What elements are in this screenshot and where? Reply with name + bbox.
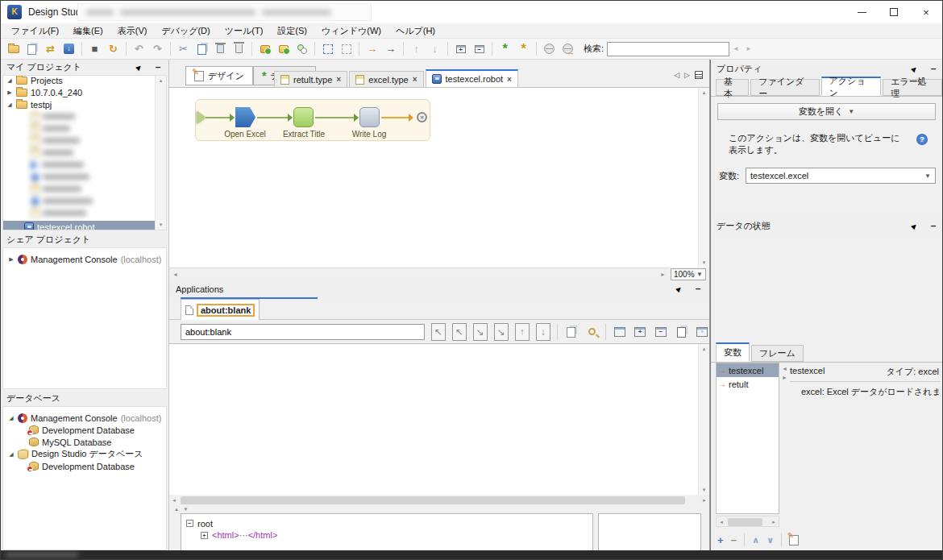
tab-testexcel-robot[interactable]: testexcel.robot × bbox=[426, 69, 518, 87]
nav-down-right-icon[interactable]: ↘ bbox=[473, 323, 488, 341]
window-delete-icon[interactable]: − bbox=[654, 323, 668, 341]
blurred-tree-item[interactable] bbox=[31, 195, 166, 207]
variable-list-scrollbar[interactable]: ◄ ► bbox=[716, 516, 779, 527]
window-inspect-icon[interactable]: ◦ bbox=[695, 323, 709, 341]
open-icon[interactable] bbox=[5, 40, 22, 57]
nav-up-icon[interactable]: ↑ bbox=[515, 323, 530, 341]
minimize-panel-icon[interactable]: – bbox=[928, 222, 938, 230]
menu-debug[interactable]: デバッグ(D) bbox=[154, 25, 217, 37]
move-up-icon[interactable]: ∧ bbox=[752, 535, 759, 545]
tree-item-mysql-database[interactable]: MySQL Database bbox=[8, 436, 166, 448]
undo-icon[interactable]: ↶ bbox=[131, 40, 147, 57]
menu-settings[interactable]: 設定(S) bbox=[270, 25, 314, 37]
save-icon[interactable] bbox=[23, 40, 40, 57]
blurred-tree-item[interactable] bbox=[31, 110, 166, 122]
tree-item-development-database-2[interactable]: Development Database bbox=[8, 460, 166, 472]
tab-error-handling[interactable]: エラー処理 bbox=[883, 79, 942, 96]
variable-select[interactable]: testexcel.excel ▼ bbox=[746, 168, 936, 184]
menu-edit[interactable]: 編集(E) bbox=[66, 25, 110, 37]
browser-horizontal-scrollbar[interactable]: ◄ ► bbox=[169, 495, 709, 506]
scroll-left-icon[interactable]: ◄ bbox=[169, 495, 179, 506]
step-extract-title[interactable] bbox=[293, 107, 314, 127]
debug-yellow-icon[interactable]: * bbox=[515, 40, 532, 57]
minimize-panel-icon[interactable]: – bbox=[928, 64, 938, 73]
new-window-icon[interactable]: + bbox=[452, 40, 469, 57]
move-up-icon[interactable]: ↑ bbox=[408, 40, 425, 57]
search-next-icon[interactable]: ► bbox=[746, 45, 752, 52]
edit-variable-icon[interactable] bbox=[789, 535, 799, 545]
detach-icon[interactable] bbox=[675, 284, 685, 293]
detach-icon[interactable] bbox=[135, 63, 145, 72]
menu-file[interactable]: ファイル(F) bbox=[4, 25, 66, 37]
browser-view[interactable]: ▲ ▼ bbox=[169, 343, 709, 495]
scroll-tabs-left-icon[interactable]: ◁ bbox=[674, 71, 679, 79]
zoom-dropdown[interactable]: 100% ▼ bbox=[671, 268, 706, 280]
nav-last-icon[interactable]: ↘ bbox=[494, 323, 509, 341]
scroll-right-icon[interactable]: ► bbox=[660, 268, 666, 280]
scroll-right-icon[interactable]: ► bbox=[700, 495, 709, 506]
scroll-right-icon[interactable]: ► bbox=[769, 516, 779, 528]
minimize-panel-icon[interactable]: – bbox=[153, 63, 163, 72]
tab-basic[interactable]: 基本 bbox=[716, 79, 749, 96]
detach-icon[interactable] bbox=[911, 222, 920, 230]
move-down-icon[interactable]: ∨ bbox=[766, 535, 774, 545]
tree-item-testpj[interactable]: ◢ testpj bbox=[6, 98, 166, 110]
scroll-up-icon[interactable]: ▲ bbox=[699, 88, 709, 97]
tree-item-version-folder[interactable]: ▶ 10.7.0.4_240 bbox=[6, 86, 166, 98]
scroll-left-icon[interactable]: ◄ bbox=[172, 268, 178, 280]
move-down-icon[interactable]: ↓ bbox=[426, 40, 443, 57]
application-tab-about-blank[interactable]: about:blank bbox=[181, 299, 260, 320]
window-open-icon[interactable] bbox=[613, 323, 627, 341]
help-icon[interactable]: ? bbox=[916, 134, 928, 145]
tree-item-management-console[interactable]: ▶ Management Console (localhost) bbox=[3, 248, 166, 266]
record-icon[interactable] bbox=[256, 40, 273, 57]
tree-item-design-studio-db[interactable]: ◢ Design Studio データベース bbox=[8, 448, 166, 460]
remove-icon[interactable]: − bbox=[731, 534, 737, 546]
pages-icon[interactable] bbox=[564, 323, 579, 341]
publish-icon[interactable]: ↓ bbox=[60, 40, 77, 57]
blurred-tree-item[interactable] bbox=[31, 159, 166, 171]
copy-icon[interactable] bbox=[193, 40, 210, 57]
scroll-left-icon[interactable]: ◄ bbox=[717, 516, 726, 528]
scroll-up-icon[interactable]: ▲ bbox=[699, 344, 709, 354]
cut-icon[interactable]: ✂ bbox=[175, 40, 192, 57]
step-over-icon[interactable]: → bbox=[363, 40, 380, 57]
close-window-icon[interactable]: − bbox=[471, 40, 488, 57]
dom-html-node[interactable]: + <html>⋯</html> bbox=[186, 529, 588, 541]
close-tab-icon[interactable]: × bbox=[413, 75, 417, 84]
stop-step-icon[interactable]: → bbox=[382, 40, 399, 57]
scroll-down-icon[interactable]: ▼ bbox=[699, 258, 709, 268]
scroll-down-icon[interactable]: ▼ bbox=[699, 485, 709, 495]
scrollbar-thumb[interactable] bbox=[181, 496, 685, 504]
delete-icon[interactable] bbox=[231, 40, 247, 57]
minimize-panel-icon[interactable]: – bbox=[693, 284, 703, 293]
branch-icon[interactable] bbox=[293, 40, 310, 57]
maximize-button[interactable] bbox=[878, 1, 910, 23]
deselect-region-icon[interactable] bbox=[338, 40, 355, 57]
open-variable-button[interactable]: 変数を開く ▼ bbox=[717, 103, 936, 120]
tab-retult-type[interactable]: retult.type × bbox=[274, 71, 347, 87]
browser-go-icon[interactable] bbox=[559, 40, 576, 57]
paste-icon[interactable] bbox=[212, 40, 229, 57]
tab-list-icon[interactable] bbox=[695, 71, 703, 79]
blurred-tree-item[interactable] bbox=[31, 147, 166, 159]
menu-window[interactable]: ウィンドウ(W) bbox=[314, 25, 388, 37]
scroll-down-icon[interactable]: ▼ bbox=[156, 220, 166, 230]
refresh-icon[interactable]: ↻ bbox=[105, 40, 122, 57]
redo-icon[interactable]: ↷ bbox=[149, 40, 166, 57]
menu-help[interactable]: ヘルプ(H) bbox=[388, 25, 442, 37]
blurred-tree-item[interactable] bbox=[31, 207, 166, 219]
collapse-icon[interactable]: − bbox=[186, 520, 193, 527]
record-alt-icon[interactable] bbox=[275, 40, 292, 57]
detail-splitter[interactable]: ◄► bbox=[782, 366, 787, 380]
debug-green-icon[interactable]: * bbox=[496, 40, 513, 57]
tree-item-projects[interactable]: ◢ Projects bbox=[6, 75, 166, 86]
stop-icon[interactable]: ■ bbox=[86, 40, 103, 57]
variable-row-testexcel[interactable]: → testexcel bbox=[717, 363, 779, 377]
close-tab-icon[interactable]: × bbox=[507, 75, 512, 84]
robot-canvas[interactable]: Open Excel Extract Title Write Log × ▲ ▼ bbox=[169, 88, 709, 268]
tab-action[interactable]: アクション bbox=[821, 77, 882, 96]
menu-tools[interactable]: ツール(T) bbox=[218, 25, 271, 37]
my-projects-scrollbar[interactable]: ▲ ▼ bbox=[155, 76, 166, 230]
canvas-vertical-scrollbar[interactable]: ▲ ▼ bbox=[698, 88, 709, 268]
